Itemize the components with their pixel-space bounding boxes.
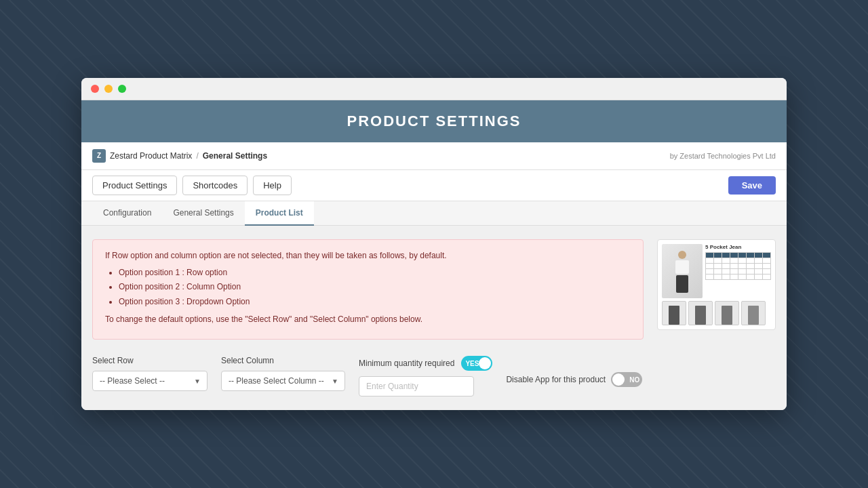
current-page-label: General Settings bbox=[203, 151, 267, 161]
table-header-cell bbox=[730, 252, 738, 258]
disable-app-toggle-track[interactable]: NO bbox=[611, 372, 642, 387]
min-qty-toggle-track[interactable]: YES bbox=[461, 356, 492, 371]
thumbnail-3[interactable] bbox=[715, 301, 739, 325]
info-bullet-3: Option position 3 : Dropdown Option bbox=[119, 295, 631, 310]
toggle-thumb bbox=[479, 357, 491, 369]
min-qty-group: Minimum quantity required YES bbox=[359, 356, 492, 396]
tab-general-settings[interactable]: General Settings bbox=[162, 201, 244, 226]
help-button[interactable]: Help bbox=[253, 176, 292, 195]
breadcrumb-separator: / bbox=[196, 151, 198, 161]
select-column-wrapper[interactable]: -- Please Select Column -- ▼ bbox=[221, 371, 345, 391]
disable-app-thumb bbox=[612, 373, 625, 386]
select-row-group: Select Row -- Please Select -- ▼ bbox=[92, 356, 208, 391]
figure-legs bbox=[676, 275, 688, 293]
plugin-name: Zestard Product Matrix bbox=[110, 151, 192, 161]
select-row-dropdown[interactable]: -- Please Select -- bbox=[92, 371, 208, 391]
toggle-no-label: NO bbox=[629, 376, 639, 384]
table-header-cell bbox=[747, 252, 755, 258]
info-box: If Row option and column option are not … bbox=[92, 239, 644, 340]
preview-size-table bbox=[705, 252, 771, 280]
product-preview: 5 Pocket Jean bbox=[657, 239, 776, 330]
disable-app-toggle[interactable]: NO bbox=[611, 372, 642, 387]
table-row bbox=[706, 268, 771, 274]
table-header-cell bbox=[738, 252, 747, 258]
thumbnail-4[interactable] bbox=[741, 301, 766, 325]
table-row bbox=[706, 274, 771, 279]
info-bullet-1: Option position 1 : Row option bbox=[119, 266, 631, 281]
thumbnail-2[interactable] bbox=[688, 301, 713, 325]
content-right: 5 Pocket Jean bbox=[657, 239, 776, 397]
disable-app-label: Disable App for this product bbox=[506, 375, 606, 384]
min-qty-label: Minimum quantity required bbox=[359, 359, 454, 368]
minimize-button[interactable] bbox=[104, 85, 113, 93]
table-header-cell bbox=[755, 252, 763, 258]
info-bullet-2: Option position 2 : Column Option bbox=[119, 280, 631, 295]
plugin-icon: Z bbox=[92, 149, 106, 163]
toolbar: Product Settings Shortcodes Help Save bbox=[81, 170, 787, 201]
content-area: If Row option and column option are not … bbox=[81, 226, 787, 411]
close-button[interactable] bbox=[91, 85, 99, 93]
select-row-wrapper[interactable]: -- Please Select -- ▼ bbox=[92, 371, 208, 391]
maximize-button[interactable] bbox=[118, 85, 126, 93]
product-image bbox=[662, 244, 703, 298]
info-line1: If Row option and column option are not … bbox=[105, 249, 631, 262]
preview-table-area: 5 Pocket Jean bbox=[705, 244, 771, 298]
table-header-cell bbox=[714, 252, 722, 258]
save-button[interactable]: Save bbox=[728, 176, 776, 195]
info-line2: To change the default options, use the "… bbox=[105, 313, 631, 325]
preview-product-name: 5 Pocket Jean bbox=[705, 244, 771, 250]
table-header-cell bbox=[763, 252, 771, 258]
toolbar-left: Product Settings Shortcodes Help bbox=[92, 176, 292, 195]
content-left: If Row option and column option are not … bbox=[92, 239, 644, 397]
select-column-dropdown[interactable]: -- Please Select Column -- bbox=[221, 371, 345, 391]
tabs-bar: Configuration General Settings Product L… bbox=[81, 201, 787, 226]
page-title: PRODUCT SETTINGS bbox=[95, 113, 773, 130]
disable-app-group: Disable App for this product NO bbox=[506, 372, 642, 387]
quantity-input[interactable] bbox=[359, 376, 474, 396]
table-row bbox=[706, 263, 771, 268]
controls-row: Select Row -- Please Select -- ▼ Select … bbox=[92, 356, 644, 396]
table-header-cell bbox=[706, 252, 714, 258]
preview-main: 5 Pocket Jean bbox=[662, 244, 771, 298]
select-column-label: Select Column bbox=[221, 356, 345, 365]
product-settings-button[interactable]: Product Settings bbox=[92, 176, 177, 195]
breadcrumb: Z Zestard Product Matrix / General Setti… bbox=[92, 149, 267, 163]
select-row-label: Select Row bbox=[92, 356, 208, 365]
person-figure bbox=[672, 251, 692, 291]
app-window: PRODUCT SETTINGS Z Zestard Product Matri… bbox=[81, 78, 787, 411]
toggle-yes-label: YES bbox=[465, 360, 479, 367]
info-bullet-list: Option position 1 : Row option Option po… bbox=[119, 266, 631, 310]
thumbnail-1[interactable] bbox=[662, 301, 686, 325]
tab-configuration[interactable]: Configuration bbox=[92, 201, 162, 226]
shortcodes-button[interactable]: Shortcodes bbox=[182, 176, 248, 195]
thumbnail-strip bbox=[662, 301, 771, 325]
breadcrumb-bar: Z Zestard Product Matrix / General Setti… bbox=[81, 142, 787, 170]
figure-head bbox=[678, 251, 686, 259]
title-bar bbox=[81, 78, 787, 100]
table-header-cell bbox=[722, 252, 730, 258]
app-header: PRODUCT SETTINGS bbox=[81, 100, 787, 142]
table-row bbox=[706, 258, 771, 263]
select-column-group: Select Column -- Please Select Column --… bbox=[221, 356, 345, 391]
byline: by Zestard Technologies Pvt Ltd bbox=[670, 152, 776, 160]
min-qty-toggle[interactable]: YES bbox=[461, 356, 492, 371]
tab-product-list[interactable]: Product List bbox=[245, 201, 314, 226]
figure-body bbox=[675, 260, 689, 274]
